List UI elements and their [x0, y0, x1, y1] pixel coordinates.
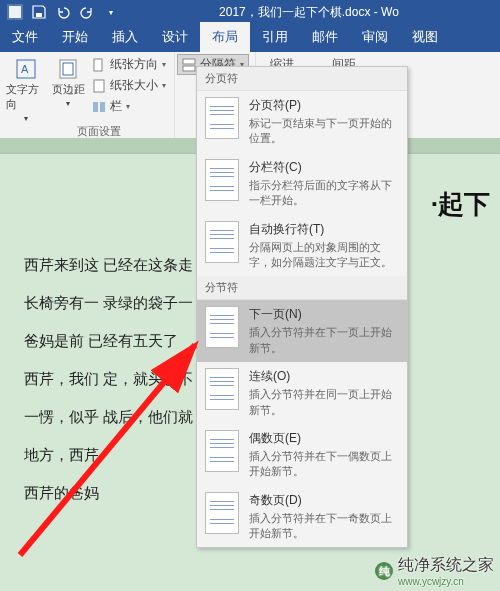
svg-rect-1 [9, 6, 21, 18]
svg-rect-12 [183, 66, 195, 71]
breaks-dropdown: 分页符 分页符(P)标记一页结束与下一页开始的位置。 分栏符(C)指示分栏符后面… [196, 66, 408, 548]
menu-item-column-break[interactable]: 分栏符(C)指示分栏符后面的文字将从下一栏开始。 [197, 153, 407, 215]
menu-item-page-break[interactable]: 分页符(P)标记一页结束与下一页开始的位置。 [197, 91, 407, 153]
watermark: 纯 纯净系统之家 www.ycwjzy.cn [374, 555, 494, 587]
page-break-icon [205, 97, 239, 139]
column-break-icon [205, 159, 239, 201]
odd-page-icon [205, 492, 239, 534]
window-title: 2017，我们一起下个棋.docx - Wo [122, 4, 496, 21]
text-direction-label: 文字方向 [6, 82, 46, 112]
dropdown-section-section-breaks: 分节符 [197, 276, 407, 300]
svg-text:A: A [21, 63, 29, 75]
watermark-icon: 纯 [374, 561, 394, 581]
menu-item-continuous[interactable]: 连续(O)插入分节符并在同一页上开始新节。 [197, 362, 407, 424]
tab-view[interactable]: 视图 [400, 22, 450, 52]
dropdown-section-page-breaks: 分页符 [197, 67, 407, 91]
tab-insert[interactable]: 插入 [100, 22, 150, 52]
svg-rect-7 [94, 59, 102, 71]
tab-design[interactable]: 设计 [150, 22, 200, 52]
undo-icon[interactable] [52, 1, 74, 23]
chevron-down-icon: ▾ [66, 99, 70, 108]
menu-item-even-page[interactable]: 偶数页(E)插入分节符并在下一偶数页上开始新节。 [197, 424, 407, 486]
svg-rect-9 [93, 102, 98, 112]
tab-mailings[interactable]: 邮件 [300, 22, 350, 52]
ribbon-tabs: 文件 开始 插入 设计 布局 引用 邮件 审阅 视图 [0, 24, 500, 52]
margins-label: 页边距 [52, 82, 85, 97]
next-page-icon [205, 306, 239, 348]
redo-icon[interactable] [76, 1, 98, 23]
tab-layout[interactable]: 布局 [200, 22, 250, 52]
menu-item-odd-page[interactable]: 奇数页(D)插入分节符并在下一奇数页上开始新节。 [197, 486, 407, 548]
even-page-icon [205, 430, 239, 472]
title-bar: ▾ 2017，我们一起下个棋.docx - Wo [0, 0, 500, 24]
svg-rect-11 [183, 59, 195, 64]
continuous-icon [205, 368, 239, 410]
tab-references[interactable]: 引用 [250, 22, 300, 52]
tab-review[interactable]: 审阅 [350, 22, 400, 52]
menu-item-next-page[interactable]: 下一页(N)插入分节符并在下一页上开始新节。 [197, 300, 407, 362]
word-app-icon [4, 1, 26, 23]
svg-rect-2 [36, 13, 42, 17]
size-button[interactable]: 纸张大小▾ [90, 75, 168, 96]
columns-button[interactable]: 栏▾ [90, 96, 168, 117]
text-wrapping-break-icon [205, 221, 239, 263]
tab-home[interactable]: 开始 [50, 22, 100, 52]
svg-rect-10 [100, 102, 105, 112]
menu-item-text-wrapping-break[interactable]: 自动换行符(T)分隔网页上的对象周围的文字，如分隔题注文字与正文。 [197, 215, 407, 277]
svg-rect-8 [94, 80, 104, 92]
svg-text:纯: 纯 [379, 565, 390, 577]
tab-file[interactable]: 文件 [0, 22, 50, 52]
orientation-button[interactable]: 纸张方向▾ [90, 54, 168, 75]
qat-customize-icon[interactable]: ▾ [100, 1, 122, 23]
save-icon[interactable] [28, 1, 50, 23]
